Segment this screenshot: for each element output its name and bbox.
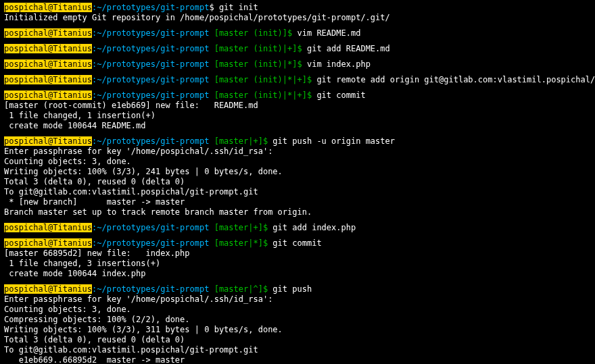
output-line: Counting objects: 3, done. [4, 305, 591, 315]
output-line: Total 3 (delta 0), reused 0 (delta 0) [4, 335, 591, 345]
command-text: vim README.md [297, 28, 360, 38]
output-line: To git@gitlab.com:vlastimil.pospichal/gi… [4, 187, 591, 197]
command-text: git add index.php [272, 223, 356, 232]
prompt-line: pospichal@Titanius:~/prototypes/git-prom… [4, 3, 591, 13]
user-host: pospichal@Titanius [4, 59, 92, 69]
spacer [4, 217, 591, 223]
prompt-line: pospichal@Titanius:~/prototypes/git-prom… [4, 238, 591, 249]
cwd-path: :~/prototypes/git-prompt [92, 223, 209, 232]
terminal[interactable]: pospichal@Titanius:~/prototypes/git-prom… [0, 0, 595, 364]
user-host: pospichal@Titanius [4, 90, 92, 100]
prompt-line: pospichal@Titanius:~/prototypes/git-prom… [4, 75, 591, 85]
branch-status: [master (init)|*]$ [209, 59, 307, 69]
user-host: pospichal@Titanius [4, 136, 92, 146]
output-line: * [new branch] master -> master [4, 197, 591, 207]
output-line: To git@gitlab.com:vlastimil.pospichal/gi… [4, 345, 591, 355]
output-line: Counting objects: 3, done. [4, 157, 591, 167]
user-host: pospichal@Titanius [4, 28, 92, 38]
cwd-path: :~/prototypes/git-prompt [92, 28, 209, 38]
branch-status: [master|^]$ [209, 284, 272, 294]
spacer [4, 131, 591, 136]
command-text: git init [219, 3, 258, 12]
branch-status: [master|+]$ [209, 223, 272, 232]
command-text: git commit [272, 238, 321, 248]
prompt-line: pospichal@Titanius:~/prototypes/git-prom… [4, 59, 591, 70]
prompt-line: pospichal@Titanius:~/prototypes/git-prom… [4, 284, 591, 294]
output-line: Branch master set up to track remote bra… [4, 207, 591, 217]
cwd-path: :~/prototypes/git-prompt [92, 59, 209, 69]
branch-status: [master (init)]$ [209, 28, 297, 38]
prompt-line: pospichal@Titanius:~/prototypes/git-prom… [4, 223, 591, 233]
output-line: Total 3 (delta 0), reused 0 (delta 0) [4, 177, 591, 187]
prompt-line: pospichal@Titanius:~/prototypes/git-prom… [4, 28, 591, 38]
spacer [4, 38, 591, 44]
spacer [4, 85, 591, 90]
cwd-path: :~/prototypes/git-prompt [92, 238, 209, 248]
user-host: pospichal@Titanius [4, 75, 92, 84]
output-line: Writing objects: 100% (3/3), 311 bytes |… [4, 325, 591, 335]
command-text: git remote add origin git@gitlab.com:vla… [316, 75, 595, 84]
command-text: git push [272, 284, 312, 294]
cwd-path: :~/prototypes/git-prompt [92, 3, 209, 12]
branch-status: [master (init)|*|+]$ [209, 75, 316, 84]
cwd-path: :~/prototypes/git-prompt [92, 284, 209, 294]
spacer [4, 279, 591, 284]
output-line: create mode 100644 README.md [4, 121, 591, 131]
user-host: pospichal@Titanius [4, 284, 92, 294]
branch-status: [master (init)|+]$ [209, 44, 307, 53]
output-line: [master (root-commit) e1eb669] new file:… [4, 101, 591, 111]
output-line: 1 file changed, 3 insertions(+) [4, 259, 591, 269]
branch-status: [master|*]$ [209, 238, 272, 248]
cwd-path: :~/prototypes/git-prompt [92, 90, 209, 100]
spacer [4, 54, 591, 59]
output-line: create mode 100644 index.php [4, 269, 591, 279]
branch-status: [master (init)|*|+]$ [209, 90, 316, 100]
output-line: Enter passphrase for key '/home/pospicha… [4, 147, 591, 157]
command-text: git push -u origin master [272, 136, 395, 146]
output-line: Compressing objects: 100% (2/2), done. [4, 315, 591, 325]
user-host: pospichal@Titanius [4, 238, 92, 248]
user-host: pospichal@Titanius [4, 3, 92, 12]
output-line: e1eb669..66895d2 master -> master [4, 355, 591, 364]
prompt-line: pospichal@Titanius:~/prototypes/git-prom… [4, 136, 591, 147]
cwd-path: :~/prototypes/git-prompt [92, 136, 209, 146]
prompt-sep: $ [209, 3, 218, 12]
prompt-line: pospichal@Titanius:~/prototypes/git-prom… [4, 44, 591, 54]
output-line: 1 file changed, 1 insertion(+) [4, 111, 591, 121]
prompt-line: pospichal@Titanius:~/prototypes/git-prom… [4, 90, 591, 101]
command-text: vim index.php [307, 59, 371, 69]
spacer [4, 23, 591, 28]
user-host: pospichal@Titanius [4, 44, 92, 53]
spacer [4, 233, 591, 238]
output-line: Writing objects: 100% (3/3), 241 bytes |… [4, 167, 591, 177]
output-line: Initialized empty Git repository in /hom… [4, 13, 591, 23]
cwd-path: :~/prototypes/git-prompt [92, 75, 209, 84]
cwd-path: :~/prototypes/git-prompt [92, 44, 209, 53]
command-text: git add README.md [307, 44, 390, 53]
user-host: pospichal@Titanius [4, 223, 92, 232]
output-line: [master 66895d2] new file: index.php [4, 249, 591, 259]
output-line: Enter passphrase for key '/home/pospicha… [4, 294, 591, 305]
command-text: git commit [316, 90, 365, 100]
branch-status: [master|+]$ [209, 136, 272, 146]
spacer [4, 70, 591, 75]
